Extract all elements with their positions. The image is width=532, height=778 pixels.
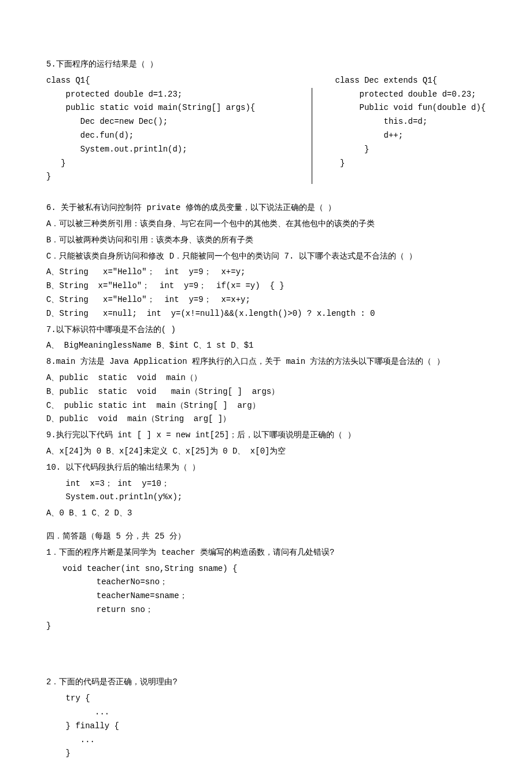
q6-title: 6. 关于被私有访问控制符 private 修饰的成员变量，以下说法正确的是（ …	[46, 201, 486, 215]
q5-right-code: class Dec extends Q1{ protected double d…	[335, 74, 486, 184]
q9-title: 9.执行完以下代码 int [ ] x = new int[25]；后，以下哪项…	[46, 429, 486, 443]
q5-left-pre: class Q1{ protected double d=1.23; publi…	[46, 74, 289, 184]
q10-options: A、0 B、1 C、2 D、3	[46, 507, 486, 521]
s4-q1-title: 1．下面的程序片断是某同学为 teacher 类编写的构造函数，请问有几处错误?	[46, 546, 486, 560]
s4-q2-code: try { ... } finally { ... }	[46, 692, 486, 761]
q5-left-code: class Q1{ protected double d=1.23; publi…	[46, 74, 289, 184]
q10-code: int x=3； int y=10； System.out.println(y%…	[46, 477, 486, 505]
q5-code-wrapper: class Q1{ protected double d=1.23; publi…	[46, 74, 486, 184]
q7-options: A、 BigMeaninglessName B、$int C、1 st D、$1	[46, 339, 486, 353]
s4-q2-title: 2．下面的代码是否正确，说明理由?	[46, 676, 486, 689]
q9-options: A、x[24]为 0 B、x[24]未定义 C、x[25]为 0 D、 x[0]…	[46, 445, 486, 459]
section4-title: 四．简答题（每题 5 分，共 25 分）	[46, 530, 486, 544]
q6-option-b: B．可以被两种类访问和引用：该类本身、该类的所有子类	[46, 234, 486, 248]
q8-options: A、public static void main（） B、public sta…	[46, 371, 486, 426]
spacer	[46, 635, 486, 676]
q6-abcd-expr: A、String x="Hello"； int y=9； x+=y; B、Str…	[46, 266, 486, 320]
s4-q1-closebrace: }	[46, 620, 486, 633]
q5-title: 5.下面程序的运行结果是（ ）	[46, 58, 486, 72]
q7-title: 7.以下标识符中哪项是不合法的( )	[46, 323, 486, 337]
s4-q1-code: void teacher(int sno,String sname) { tea…	[46, 562, 486, 617]
vertical-divider	[312, 88, 312, 184]
q6-option-a: A．可以被三种类所引用：该类自身、与它在同一个包中的其他类、在其他包中的该类的子…	[46, 217, 486, 231]
q10-title: 10. 以下代码段执行后的输出结果为（ ）	[46, 461, 486, 475]
q6-option-cd: C．只能被该类自身所访问和修改 D．只能被同一个包中的类访问 7. 以下哪个表达…	[46, 250, 486, 264]
q8-title: 8.main 方法是 Java Application 程序执行的入口点，关于 …	[46, 355, 486, 369]
q5-right-pre: class Dec extends Q1{ protected double d…	[335, 74, 486, 171]
